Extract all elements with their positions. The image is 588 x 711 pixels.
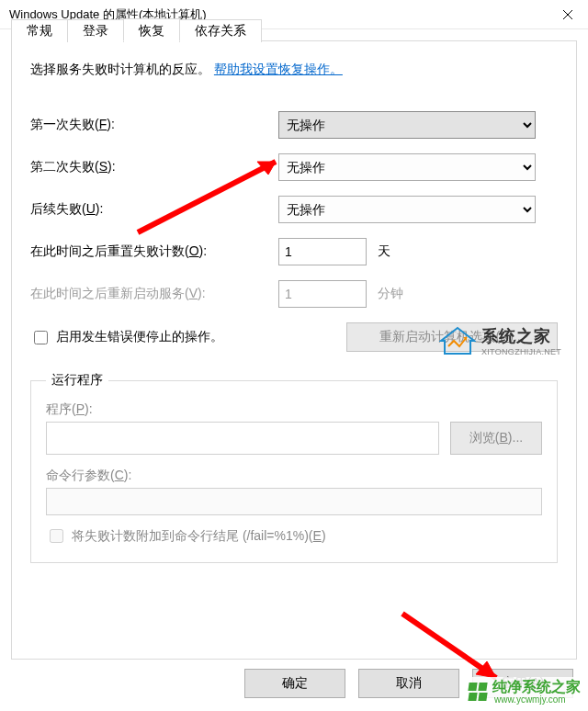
tab-recovery[interactable]: 恢复 <box>123 18 180 41</box>
cancel-button[interactable]: 取消 <box>358 669 459 698</box>
label-subsequent-failures: 后续失败(U): <box>30 201 278 218</box>
row-restart-after: 在此时间之后重新启动服务(V): 分钟 <box>30 280 558 308</box>
input-program-path <box>46 422 439 455</box>
row-subsequent-failures: 后续失败(U): 无操作 <box>30 196 558 223</box>
checkbox-append-fail <box>50 529 63 543</box>
checkbox-enable-stop-wrap[interactable]: 启用发生错误便停止的操作。 <box>30 328 223 347</box>
row-first-failure: 第一次失败(F): 无操作 <box>30 111 558 139</box>
group-legend: 运行程序 <box>46 372 108 389</box>
row-enable-stop: 启用发生错误便停止的操作。 重新启动计算机选项(R)... <box>30 322 558 352</box>
tab-panel: 常规 登录 恢复 依存关系 选择服务失败时计算机的反应。 帮助我设置恢复操作。 … <box>11 40 577 660</box>
input-restart-minutes <box>278 280 367 308</box>
recovery-panel: 选择服务失败时计算机的反应。 帮助我设置恢复操作。 第一次失败(F): 无操作 … <box>12 41 576 580</box>
browse-button: 浏览(B)... <box>450 422 542 455</box>
close-button[interactable] <box>547 0 588 29</box>
label-program: 程序(P): <box>46 401 542 418</box>
label-restart-after: 在此时间之后重新启动服务(V): <box>30 286 278 302</box>
checkbox-append-fail-label: 将失败计数附加到命令行结尾 (/fail=%1%)(E) <box>72 528 326 545</box>
ok-button[interactable]: 确定 <box>244 669 345 698</box>
label-first-failure: 第一次失败(F): <box>30 117 278 133</box>
help-link[interactable]: 帮助我设置恢复操作。 <box>214 62 343 76</box>
unit-minutes: 分钟 <box>378 286 403 302</box>
tab-strip: 常规 登录 恢复 依存关系 <box>11 19 261 42</box>
checkbox-enable-stop-label: 启用发生错误便停止的操作。 <box>56 329 223 345</box>
intro-sentence: 选择服务失败时计算机的反应。 <box>30 62 210 76</box>
checkbox-enable-stop[interactable] <box>34 331 48 344</box>
apply-button[interactable]: 应用(A) <box>472 669 573 698</box>
label-cmdline: 命令行参数(C): <box>46 468 542 484</box>
group-run-program: 运行程序 程序(P): 浏览(B)... 命令行参数(C): <box>30 372 558 563</box>
dialog-button-row: 确定 取消 应用(A) <box>244 669 573 698</box>
row-reset-count: 在此时间之后重置失败计数(O): 天 <box>30 238 558 265</box>
unit-days: 天 <box>378 243 390 260</box>
label-second-failure: 第二次失败(S): <box>30 159 278 175</box>
input-reset-days[interactable] <box>278 238 367 265</box>
tab-logon[interactable]: 登录 <box>67 19 124 42</box>
intro-text: 选择服务失败时计算机的反应。 帮助我设置恢复操作。 <box>30 62 558 78</box>
input-cmdline <box>46 488 542 515</box>
combo-first-failure[interactable]: 无操作 <box>278 111 536 139</box>
close-icon <box>562 9 573 20</box>
combo-subsequent-failures[interactable]: 无操作 <box>278 196 536 223</box>
row-second-failure: 第二次失败(S): 无操作 <box>30 153 558 181</box>
combo-second-failure[interactable]: 无操作 <box>278 153 536 181</box>
label-reset-count: 在此时间之后重置失败计数(O): <box>30 243 278 260</box>
restart-computer-options-button: 重新启动计算机选项(R)... <box>346 322 558 352</box>
checkbox-append-fail-wrap: 将失败计数附加到命令行结尾 (/fail=%1%)(E) <box>46 526 542 546</box>
tab-dependencies[interactable]: 依存关系 <box>179 19 262 42</box>
tab-general[interactable]: 常规 <box>11 19 68 42</box>
